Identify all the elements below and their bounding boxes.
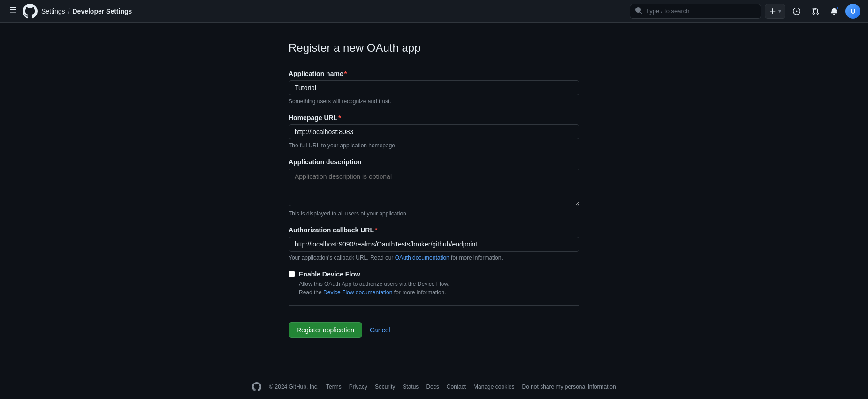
notifications-button[interactable] (827, 4, 842, 19)
callback-url-hint: Your application's callback URL. Read ou… (289, 254, 579, 261)
footer: © 2024 GitHub, Inc. Terms Privacy Securi… (0, 375, 868, 399)
issues-button[interactable] (789, 4, 804, 19)
footer-link-terms[interactable]: Terms (326, 384, 342, 390)
search-placeholder: Type / to search (646, 8, 756, 15)
footer-link-privacy[interactable]: Privacy (349, 384, 367, 390)
breadcrumb-separator: / (68, 8, 70, 15)
homepage-url-group: Homepage URL* The full URL to your appli… (289, 114, 579, 149)
device-flow-checkbox-row: Enable Device Flow (289, 270, 579, 278)
required-star-3: * (375, 226, 377, 234)
pull-requests-button[interactable] (808, 4, 823, 19)
callback-url-label: Authorization callback URL* (289, 226, 579, 234)
device-flow-docs-link[interactable]: Device Flow documentation (323, 289, 392, 296)
app-description-group: Application description This is displaye… (289, 158, 579, 217)
footer-link-security[interactable]: Security (375, 384, 395, 390)
app-name-group: Application name* Something users will r… (289, 70, 579, 105)
callback-url-input[interactable] (289, 237, 579, 252)
footer-copyright: © 2024 GitHub, Inc. (269, 384, 319, 390)
app-name-label: Application name* (289, 70, 579, 77)
header-left: Settings / Developer Settings (8, 4, 132, 19)
app-description-hint: This is displayed to all users of your a… (289, 210, 579, 217)
footer-link-status[interactable]: Status (403, 384, 419, 390)
register-application-button[interactable]: Register application (289, 322, 362, 338)
search-icon (635, 7, 642, 15)
form-divider (289, 305, 579, 306)
device-flow-checkbox[interactable] (289, 271, 295, 277)
homepage-url-hint: The full URL to your application homepag… (289, 142, 579, 149)
device-flow-section: Enable Device Flow Allow this OAuth App … (289, 270, 579, 296)
device-flow-label[interactable]: Enable Device Flow (299, 270, 360, 278)
required-star-2: * (338, 114, 341, 122)
add-button[interactable]: ▾ (765, 4, 785, 19)
add-label: ▾ (778, 8, 781, 15)
app-description-label: Application description (289, 158, 579, 166)
github-logo-icon[interactable] (23, 4, 38, 19)
footer-link-docs[interactable]: Docs (426, 384, 439, 390)
cancel-button[interactable]: Cancel (370, 323, 390, 337)
page-title: Register a new OAuth app (289, 41, 579, 62)
developer-settings-label: Developer Settings (72, 8, 132, 15)
main-content: Register a new OAuth app Application nam… (0, 23, 868, 364)
header: Settings / Developer Settings Type / to … (0, 0, 868, 23)
app-name-hint: Something users will recognize and trust… (289, 98, 579, 105)
settings-link[interactable]: Settings (41, 8, 65, 15)
footer-link-manage-cookies[interactable]: Manage cookies (473, 384, 514, 390)
avatar[interactable]: U (845, 4, 860, 19)
footer-link-do-not-share[interactable]: Do not share my personal information (522, 384, 616, 390)
header-right: Type / to search ▾ U (630, 4, 860, 19)
notification-dot (836, 6, 839, 10)
required-star: * (344, 70, 347, 77)
breadcrumb: Settings / Developer Settings (41, 8, 132, 15)
app-name-input[interactable] (289, 80, 579, 95)
homepage-url-input[interactable] (289, 124, 579, 139)
search-bar[interactable]: Type / to search (630, 4, 761, 19)
homepage-url-label: Homepage URL* (289, 114, 579, 122)
oauth-docs-link[interactable]: OAuth documentation (395, 254, 449, 261)
form-actions: Register application Cancel (289, 315, 579, 345)
callback-url-group: Authorization callback URL* Your applica… (289, 226, 579, 261)
footer-github-logo-icon (252, 382, 261, 391)
app-description-textarea[interactable] (289, 169, 579, 206)
hamburger-icon[interactable] (8, 4, 19, 18)
device-flow-description: Allow this OAuth App to authorize users … (289, 281, 579, 296)
form-container: Register a new OAuth app Application nam… (289, 41, 579, 345)
footer-link-contact[interactable]: Contact (447, 384, 466, 390)
